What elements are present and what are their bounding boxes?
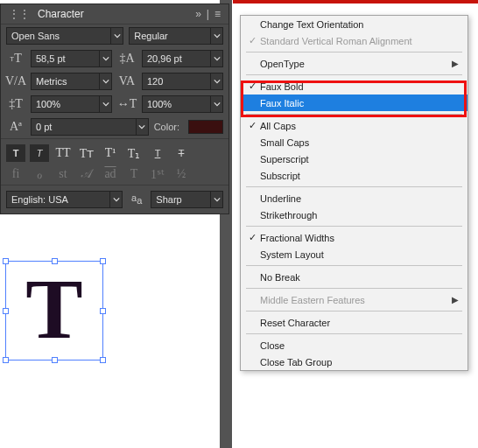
menu-item-label: Reset Character bbox=[260, 318, 459, 328]
kerning-value: Metrics bbox=[32, 74, 99, 88]
menu-item-no-break[interactable]: No Break bbox=[241, 269, 467, 285]
resize-handle[interactable] bbox=[52, 357, 58, 363]
baseline-input[interactable]: 0 pt bbox=[31, 118, 149, 136]
menu-item-close[interactable]: Close bbox=[241, 337, 467, 354]
menu-item-reset-character[interactable]: Reset Character bbox=[241, 314, 467, 331]
checkmark-icon: ✓ bbox=[244, 120, 260, 131]
checkmark-icon: ✓ bbox=[244, 35, 260, 46]
kerning-input[interactable]: Metrics bbox=[31, 73, 112, 90]
panel-footer: English: USA aa Sharp bbox=[1, 185, 228, 214]
menu-item-label: Strikethrough bbox=[260, 210, 459, 220]
resize-handle[interactable] bbox=[100, 258, 106, 264]
artwork-glyph: T bbox=[25, 266, 82, 352]
titling-alt-button[interactable]: T bbox=[124, 165, 144, 183]
menu-item-close-tab-group[interactable]: Close Tab Group bbox=[241, 354, 467, 370]
contextual-alt-button[interactable]: ℴ bbox=[30, 165, 49, 183]
leading-icon: ‡A bbox=[117, 51, 137, 66]
underline-button[interactable]: T bbox=[148, 144, 167, 162]
menu-item-faux-bold[interactable]: ✓Faux Bold bbox=[241, 78, 467, 94]
menu-separator bbox=[246, 288, 462, 289]
swash-button[interactable]: 𝒜 bbox=[77, 165, 96, 183]
panel-grip-icon: ⋮⋮ bbox=[6, 8, 32, 20]
menu-separator bbox=[246, 333, 462, 334]
menu-item-all-caps[interactable]: ✓All Caps bbox=[241, 117, 467, 134]
chevron-down-icon bbox=[99, 51, 111, 66]
menu-separator bbox=[246, 186, 462, 187]
menu-item-underline[interactable]: Underline bbox=[241, 190, 467, 206]
font-family-value: Open Sans bbox=[7, 29, 110, 43]
leading-value: 20,96 pt bbox=[143, 52, 210, 66]
strikethrough-button[interactable]: T bbox=[172, 144, 191, 162]
antialias-value: Sharp bbox=[151, 192, 210, 206]
ordinals-button[interactable]: 1ˢᵗ bbox=[148, 165, 167, 183]
menu-item-label: Underline bbox=[260, 193, 459, 204]
menu-item-superscript[interactable]: Superscript bbox=[241, 150, 467, 167]
hscale-icon: ↔T bbox=[117, 96, 137, 112]
chevron-down-icon bbox=[210, 96, 222, 112]
flyout-menu-icon[interactable]: ≡ bbox=[212, 8, 223, 20]
color-swatch[interactable] bbox=[188, 120, 223, 134]
menu-item-system-layout[interactable]: System Layout bbox=[241, 246, 467, 262]
small-caps-button[interactable]: Tᴛ bbox=[77, 144, 96, 162]
language-select[interactable]: English: USA bbox=[6, 191, 123, 208]
resize-handle[interactable] bbox=[100, 357, 106, 363]
kerning-icon: V/A bbox=[6, 74, 25, 89]
fractions-button[interactable]: ½ bbox=[172, 165, 191, 183]
subscript-button[interactable]: T₁ bbox=[124, 144, 144, 162]
vscale-icon: ‡T bbox=[6, 96, 25, 112]
ligatures-button[interactable]: fi bbox=[6, 165, 25, 183]
chevron-down-icon bbox=[99, 74, 111, 89]
menu-separator bbox=[246, 52, 462, 52]
chevron-down-icon bbox=[110, 28, 123, 44]
chevron-down-icon bbox=[109, 192, 122, 207]
resize-handle[interactable] bbox=[52, 258, 58, 264]
menu-item-label: Subscript bbox=[260, 171, 459, 181]
menu-item-fractional-widths[interactable]: ✓Fractional Widths bbox=[241, 229, 467, 246]
menu-separator bbox=[246, 74, 462, 75]
chevron-down-icon bbox=[210, 28, 222, 44]
menu-item-faux-italic[interactable]: Faux Italic bbox=[241, 94, 467, 111]
antialias-select[interactable]: Sharp bbox=[151, 191, 223, 208]
type-style-buttons: T T TT Tᴛ T¹ T₁ T T bbox=[1, 138, 228, 164]
menu-item-opentype[interactable]: OpenType▶ bbox=[241, 55, 467, 72]
menu-item-small-caps[interactable]: Small Caps bbox=[241, 134, 467, 150]
stylistic-alt-button[interactable]: ad bbox=[101, 165, 120, 183]
font-size-input[interactable]: 58,5 pt bbox=[31, 50, 112, 67]
menu-item-change-text-orientation[interactable]: Change Text Orientation bbox=[241, 16, 467, 32]
font-size-value: 58,5 pt bbox=[32, 52, 99, 66]
all-caps-button[interactable]: TT bbox=[53, 144, 73, 162]
menu-item-label: OpenType bbox=[260, 59, 452, 69]
menu-item-strikethrough[interactable]: Strikethrough bbox=[241, 206, 467, 223]
resize-handle[interactable] bbox=[100, 308, 106, 314]
panel-title: Character bbox=[38, 8, 193, 20]
tracking-input[interactable]: 120 bbox=[142, 73, 223, 90]
menu-item-label: Standard Vertical Roman Alignment bbox=[260, 36, 459, 46]
selected-text-object[interactable]: T bbox=[5, 261, 103, 360]
faux-bold-button[interactable]: T bbox=[6, 144, 25, 162]
menu-item-label: Change Text Orientation bbox=[260, 19, 459, 30]
resize-handle[interactable] bbox=[3, 357, 9, 363]
discretionary-lig-button[interactable]: st bbox=[53, 165, 73, 183]
checkmark-icon: ✓ bbox=[244, 80, 260, 92]
resize-handle[interactable] bbox=[3, 308, 9, 314]
font-family-select[interactable]: Open Sans bbox=[6, 27, 123, 45]
menu-item-label: Small Caps bbox=[260, 137, 459, 148]
superscript-button[interactable]: T¹ bbox=[101, 144, 120, 162]
faux-italic-button[interactable]: T bbox=[30, 144, 49, 162]
font-style-select[interactable]: Regular bbox=[129, 27, 223, 45]
menu-item-subscript[interactable]: Subscript bbox=[241, 167, 467, 184]
menu-separator bbox=[246, 226, 462, 227]
leading-input[interactable]: 20,96 pt bbox=[142, 50, 223, 67]
font-size-icon: TT bbox=[6, 51, 25, 66]
font-style-value: Regular bbox=[130, 29, 210, 43]
resize-handle[interactable] bbox=[3, 258, 9, 264]
vscale-input[interactable]: 100% bbox=[31, 95, 112, 113]
antialias-icon: aa bbox=[128, 192, 145, 206]
menu-item-label: Faux Bold bbox=[260, 81, 459, 92]
submenu-arrow-icon: ▶ bbox=[452, 59, 459, 68]
menu-separator bbox=[246, 114, 462, 115]
submenu-arrow-icon: ▶ bbox=[452, 295, 459, 304]
collapse-icon[interactable]: » bbox=[193, 8, 204, 20]
hscale-input[interactable]: 100% bbox=[142, 95, 223, 113]
baseline-icon: Aª bbox=[6, 119, 25, 135]
